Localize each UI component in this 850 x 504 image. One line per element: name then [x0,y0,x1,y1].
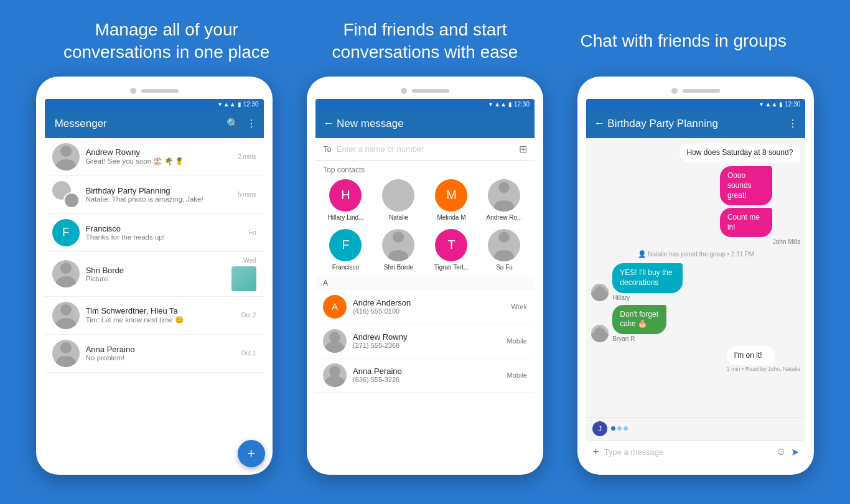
add-icon[interactable]: + [592,446,599,459]
j-avatar-typing: J [592,421,607,436]
avatar-natalie [382,179,414,212]
contact-chip-natalie[interactable]: Natalie [376,179,420,222]
typing-dots [611,426,628,431]
contact-chip-name-shri: Shri Borde [384,264,413,271]
contact-chip-name-tigran: Tigran Tert... [434,264,469,271]
convo-content-francisco: Francisco Thanks for the heads up! [86,224,243,241]
camera-icon [130,88,136,94]
avatar-andre: A [323,295,347,319]
avatar-sufu [488,229,520,261]
avatar-birthday-group [52,181,80,208]
app-bar-2: ← New message [315,110,535,138]
to-field: To Enter a name or number ⊞ [315,138,535,161]
convo-time-tim: Oct 2 [241,312,256,319]
headline-2: Find friends and start conversations wit… [307,19,543,64]
avatar-andrew [52,143,80,170]
convo-meta-andrew: 2 mins [238,153,256,160]
contact-chip-tigran[interactable]: T Tigran Tert... [429,229,473,271]
contact-chip-melinda[interactable]: M Melinda M [429,179,473,222]
to-input[interactable]: Enter a name or number [337,144,514,154]
convo-meta-francisco: Fri [249,229,256,236]
avatar-tim [52,302,80,329]
msg-oooo: Oooo sounds great! Count me in! John Mil… [591,166,800,245]
search-icon[interactable]: 🔍 [227,118,239,129]
contact-type-andrew2: Mobile [507,337,527,345]
contact-chip-andrew-ro[interactable]: Andrew Ro... [482,179,526,222]
convo-meta-tim: Oct 2 [241,312,256,319]
avatar-shri-2 [382,229,414,261]
contact-chip-francisco[interactable]: F Francisco [324,229,367,271]
conversation-item-birthday[interactable]: Birthday Party Planning Natalie: That ph… [45,176,264,214]
convo-meta-anna: Oct 1 [241,350,256,357]
sender-john: John Mills [720,238,800,245]
camera-icon-2 [401,88,407,94]
convo-content-birthday: Birthday Party Planning Natalie: That ph… [86,186,232,203]
contact-chip-name-natalie: Natalie [389,214,408,222]
convo-msg-birthday: Natalie: That photo is amazing, Jake! [86,195,232,203]
phone-1-top-bar [45,88,264,94]
back-button-3[interactable]: ← [594,117,605,130]
contact-row-andre[interactable]: A Andre Anderson (416) 555-0100 Work [315,290,535,324]
contact-info-andrew2: Andrew Rowny (271) 555-2368 [353,332,501,349]
sender-hillary: Hillary [612,294,721,301]
contact-chip-hillary[interactable]: H Hillary Lind... [324,179,367,222]
conversation-item-tim[interactable]: Tim Schwerdtner, Hieu Ta Tim: Let me kno… [45,297,264,335]
convo-name-anna: Anna Peraino [86,345,235,354]
camera-icon-3 [671,88,678,94]
msg-imon: I'm on it! 1 min • Read by John, Natalie [591,346,800,373]
msg-group-oooo: Oooo sounds great! Count me in! John Mil… [720,166,800,245]
send-icon[interactable]: ➤ [791,446,799,458]
contact-row-andrew2[interactable]: Andrew Rowny (271) 555-2368 Mobile [315,324,535,358]
bubble-imon: I'm on it! [727,346,775,366]
convo-time-andrew: 2 mins [238,153,256,160]
typing-area: J [586,417,805,440]
contact-chip-sufu[interactable]: Su Fu [482,229,526,271]
status-bar-3: ▾ ▲▲ ▮ 12:30 [586,99,805,110]
phone-3-screen: ▾ ▲▲ ▮ 12:30 ← Birthday Party Planning ⋮… [586,99,805,464]
phone-1-screen: ▾ ▲▲ ▮ 12:30 Messenger 🔍 ⋮ Andrew Rowny [45,99,264,464]
app-bar-1: Messenger 🔍 ⋮ [45,110,264,138]
chat-area: How does Saturday at 8 sound? Oooo sound… [586,138,805,417]
top-contacts-grid-row2: F Francisco Shri Borde T Tigran Tert... … [315,226,535,276]
fab-compose[interactable]: + [238,440,264,464]
contact-phone-andrew2: (271) 555-2368 [353,342,501,349]
bubble-count-me-in: Count me in! [720,208,772,237]
contact-type-andre: Work [511,303,527,310]
speaker [141,89,179,93]
hero-section: Manage all of your conversations in one … [0,0,850,77]
avatar-francisco-2: F [329,229,362,261]
natalie-joined-icon: 👤 [638,250,647,258]
more-icon-3[interactable]: ⋮ [788,118,798,129]
contact-chip-shri[interactable]: Shri Borde [376,229,420,271]
convo-name-birthday: Birthday Party Planning [86,186,232,195]
conversation-item-francisco[interactable]: F Francisco Thanks for the heads up! Fri [45,214,264,252]
emoji-icon[interactable]: ☺ [776,446,786,458]
app-bar-icons: 🔍 ⋮ [227,118,256,129]
contact-row-anna2[interactable]: Anna Peraino (636) 555-3226 Mobile [315,358,535,393]
more-icon[interactable]: ⋮ [246,118,256,129]
conversation-item-andrew[interactable]: Andrew Rowny Great! See you soon 🏖️ 🌴 🍍 … [45,138,264,176]
contact-type-anna2: Mobile [507,371,527,379]
app-title: Messenger [55,118,227,130]
wifi-icon-3: ▾ [760,101,763,108]
app-title-3: Birthday Party Planning [607,118,788,130]
time-1: 12:30 [243,101,259,108]
phone-3: ▾ ▲▲ ▮ 12:30 ← Birthday Party Planning ⋮… [577,77,814,475]
status-bar-1: ▾ ▲▲ ▮ 12:30 [45,99,264,110]
headline-3: Chat with friends in groups [565,30,801,52]
dot-2 [617,426,622,431]
top-contacts-label: Top contacts [315,161,535,177]
convo-time-shri: Wed [243,257,256,264]
avatar-andrew2 [323,329,347,353]
chat-input-bar: + Type a message ☺ ➤ [586,440,805,464]
bubble-bryan: Don't forget cake 🎂 [612,305,666,334]
chat-input[interactable]: Type a message [604,447,771,457]
phone-2: ▾ ▲▲ ▮ 12:30 ← New message To Enter a na… [307,77,543,475]
grid-icon[interactable]: ⊞ [519,143,527,155]
contact-chip-name-sufu: Su Fu [496,264,513,271]
conversation-item-anna[interactable]: Anna Peraino No problem! Oct 1 [45,335,264,373]
avatar-francisco: F [52,219,80,246]
back-button-2[interactable]: ← [323,117,334,130]
conversation-item-shri[interactable]: Shri Borde Picture Wed [45,252,264,297]
phone-2-top-bar [315,88,535,94]
